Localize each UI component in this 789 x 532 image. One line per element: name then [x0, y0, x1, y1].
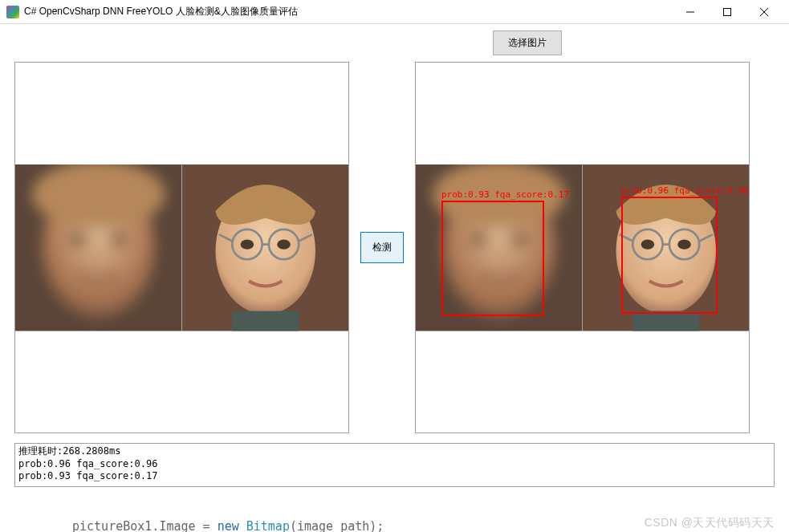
output-line-3: prob:0.93 fqa_score:0.17	[18, 470, 157, 481]
input-face-blurry	[15, 164, 182, 333]
window-title: C# OpenCvSharp DNN FreeYOLO 人脸检测&人脸图像质量评…	[24, 5, 298, 18]
detection-label-left: prob:0.93 fqa_score:0.17	[441, 189, 569, 200]
svg-point-11	[240, 239, 254, 249]
output-line-1: 推理耗时:268.2808ms	[18, 445, 120, 457]
window-titlebar: C# OpenCvSharp DNN FreeYOLO 人脸检测&人脸图像质量评…	[0, 0, 789, 24]
svg-point-12	[277, 239, 291, 249]
output-textbox[interactable]: 推理耗时:268.2808ms prob:0.96 fqa_score:0.96…	[14, 443, 775, 487]
titlebar-left: C# OpenCvSharp DNN FreeYOLO 人脸检测&人脸图像质量评…	[6, 5, 298, 18]
output-image-panel[interactable]: prob:0.93 fqa_score:0.17	[415, 62, 750, 433]
detect-button[interactable]: 检测	[360, 232, 404, 263]
output-face-blurry: prob:0.93 fqa_score:0.17	[416, 164, 583, 333]
input-face-sharp	[182, 164, 349, 333]
svg-rect-33	[632, 311, 699, 331]
window-controls	[672, 0, 783, 24]
input-photo-strip	[15, 164, 348, 333]
blurry-face-placeholder-icon	[15, 164, 182, 331]
close-button[interactable]	[746, 0, 783, 24]
svg-rect-18	[232, 311, 299, 331]
maximize-button[interactable]	[709, 0, 746, 24]
app-icon	[6, 6, 19, 18]
minimize-button[interactable]	[672, 0, 709, 24]
detection-label-right: prob:0.96 fqa_score:0.96	[621, 185, 749, 196]
output-face-sharp: prob:0.96 fqa_score:0.96	[583, 164, 750, 333]
watermark-text: CSDN @天天代码码天天	[645, 516, 775, 530]
svg-point-8	[110, 233, 127, 246]
input-image-panel[interactable]	[14, 62, 349, 433]
code-fragment: pictureBox1.Image = new Bitmap(image_pat…	[72, 519, 384, 532]
middle-row: 检测 prob:0.93 f	[14, 62, 775, 433]
top-button-row: 选择图片	[14, 30, 775, 55]
select-image-button[interactable]: 选择图片	[493, 30, 562, 55]
svg-rect-1	[724, 8, 731, 15]
detection-bbox-right: prob:0.96 fqa_score:0.96	[621, 197, 718, 314]
output-photo-strip: prob:0.93 fqa_score:0.17	[416, 164, 749, 333]
sharp-face-placeholder-icon	[182, 164, 349, 331]
detection-bbox-left: prob:0.93 fqa_score:0.17	[441, 201, 544, 316]
client-area: 选择图片	[0, 24, 789, 487]
output-line-2: prob:0.96 fqa_score:0.96	[18, 458, 157, 469]
svg-point-7	[70, 233, 87, 246]
